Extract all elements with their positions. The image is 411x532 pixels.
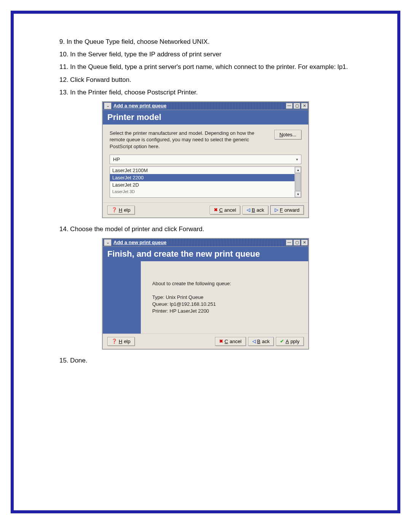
instruction-list-2: 14. Choose the model of printer and clic… (59, 224, 352, 234)
summary-intro: About to create the following queue: (152, 280, 301, 287)
window-title: Add a new print queue (113, 103, 285, 109)
close-button[interactable]: ✕ (301, 103, 308, 109)
window-title: Add a new print queue (113, 240, 285, 245)
summary-panel: About to create the following queue: Typ… (141, 261, 308, 334)
step-9: 9. In the Queue Type field, choose Netwo… (59, 37, 352, 47)
minimize-button[interactable]: — (286, 103, 293, 109)
scrollbar[interactable]: ▴ ▾ (295, 167, 301, 197)
forward-button[interactable]: ▷Forward (271, 206, 304, 214)
cancel-button[interactable]: ✖Cancel (210, 206, 240, 214)
summary-queue: Queue: lp1@192.168.10.251 (152, 301, 301, 308)
forward-icon: ▷ (275, 207, 278, 212)
back-icon: ◁ (247, 207, 250, 212)
titlebar: ⌄ Add a new print queue — ▢ ✕ (103, 239, 308, 247)
cancel-icon: ✖ (219, 339, 223, 344)
dialog-footer: ❓Help ✖Cancel ◁Back ✔Apply (103, 334, 308, 349)
notes-button[interactable]: Notes... (274, 130, 301, 139)
dropdown-arrow-icon: ▾ (296, 157, 298, 161)
sidebar-panel (103, 261, 141, 334)
cancel-button[interactable]: ✖Cancel (215, 337, 245, 346)
cancel-icon: ✖ (214, 207, 218, 212)
dialog-body: About to create the following queue: Typ… (103, 261, 308, 334)
model-item-partial[interactable]: LaserJet 3D (110, 189, 295, 195)
dialog-header: Finish, and create the new print queue (103, 247, 308, 261)
dialog-footer: ❓Help ✖Cancel ◁Back ▷Forward (103, 202, 308, 217)
instruction-list-3: 15. Done. (59, 355, 352, 366)
maximize-button[interactable]: ▢ (293, 240, 300, 246)
back-icon: ◁ (252, 339, 256, 344)
apply-icon: ✔ (280, 339, 284, 344)
step-12: 12. Click Forward button. (59, 75, 352, 85)
printer-model-dialog: ⌄ Add a new print queue — ▢ ✕ Printer mo… (102, 101, 309, 218)
model-item-selected[interactable]: LaserJet 2200 (110, 174, 295, 181)
manufacturer-value: HP (113, 157, 120, 162)
step-11: 11. In the Queue field, type a print ser… (59, 62, 352, 72)
description-text: Select the printer manufacturer and mode… (110, 130, 267, 150)
minimize-button[interactable]: — (286, 240, 293, 246)
close-button[interactable]: ✕ (301, 240, 308, 246)
step-14: 14. Choose the model of printer and clic… (59, 224, 352, 234)
window-menu-icon[interactable]: ⌄ (104, 239, 112, 246)
model-listbox[interactable]: LaserJet 2100M LaserJet 2200 LaserJet 2D… (110, 166, 301, 198)
summary-printer: Printer: HP LaserJet 2200 (152, 308, 301, 315)
back-button[interactable]: ◁Back (242, 206, 268, 214)
help-button[interactable]: ❓Help (107, 337, 135, 346)
finish-dialog: ⌄ Add a new print queue — ▢ ✕ Finish, an… (102, 238, 309, 350)
back-button[interactable]: ◁Back (248, 337, 274, 346)
dialog-header: Printer model (103, 110, 308, 125)
maximize-button[interactable]: ▢ (293, 103, 300, 109)
manufacturer-dropdown[interactable]: HP ▾ (110, 155, 301, 164)
window-menu-icon[interactable]: ⌄ (104, 102, 112, 109)
page-border: 9. In the Queue Type field, choose Netwo… (11, 11, 400, 513)
step-10: 10. In the Server field, type the IP add… (59, 49, 352, 59)
model-item[interactable]: LaserJet 2D (110, 181, 295, 189)
scroll-up-icon[interactable]: ▴ (295, 167, 301, 173)
scroll-thumb[interactable] (295, 173, 301, 191)
dialog2-wrap: ⌄ Add a new print queue — ▢ ✕ Finish, an… (59, 238, 352, 350)
step-13: 13. In the Printer field, choose Postscr… (59, 87, 352, 97)
model-item[interactable]: LaserJet 2100M (110, 167, 295, 174)
instruction-list: 9. In the Queue Type field, choose Netwo… (59, 37, 352, 97)
help-icon: ❓ (112, 339, 117, 344)
scroll-down-icon[interactable]: ▾ (295, 191, 301, 197)
step-15: 15. Done. (59, 355, 352, 366)
titlebar: ⌄ Add a new print queue — ▢ ✕ (103, 102, 308, 110)
dialog1-wrap: ⌄ Add a new print queue — ▢ ✕ Printer mo… (59, 101, 352, 218)
help-icon: ❓ (112, 207, 117, 212)
help-button[interactable]: ❓Help (107, 206, 135, 214)
dialog-body: Select the printer manufacturer and mode… (103, 125, 308, 202)
apply-button[interactable]: ✔Apply (276, 337, 304, 346)
summary-type: Type: Unix Print Queue (152, 294, 301, 301)
